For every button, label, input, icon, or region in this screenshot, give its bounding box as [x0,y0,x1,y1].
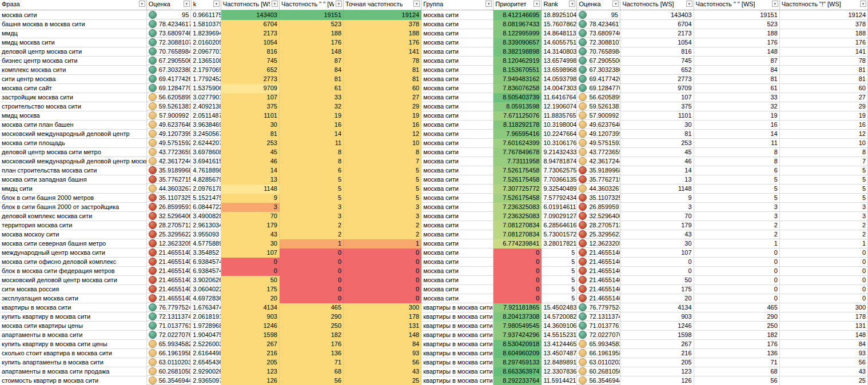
priority-cell[interactable]: 7.96595416 [493,129,541,138]
score-cell-right[interactable]: 69.41774263 [577,74,620,83]
frequency-ws-cell[interactable]: 1246 [221,321,279,330]
rank-cell[interactable]: 13.6574998 [541,56,577,65]
frequency-exact-cell[interactable]: 378 [344,19,421,29]
phrase-cell[interactable]: блок в сити башня 2000 метров [0,193,146,202]
rank-cell[interactable]: 5 [541,257,577,266]
frequency-ws-cell-right[interactable]: 20 [620,294,694,303]
score-cell-right[interactable]: 49.1207399 [577,129,620,138]
phrase-cell[interactable]: ммдц сити [0,184,146,193]
frequency-ws-cell-right[interactable]: 81 [620,129,694,138]
frequency-exact-cell-right[interactable]: 2 [779,230,867,239]
k-cell[interactable]: 2.1365108 [191,56,221,65]
column-header-9[interactable]: Оценка▼ [577,0,620,10]
frequency-exact-cell[interactable]: 16 [344,120,421,129]
priority-cell[interactable]: 8.081967433 [493,19,541,29]
phrase-cell[interactable]: международный центр москва сити [0,248,146,257]
priority-cell[interactable]: 0 [493,248,541,257]
phrase-cell[interactable]: квартиры в москва сити [0,303,146,312]
frequency-exact-cell-right[interactable]: 176 [779,38,867,47]
score-cell[interactable]: 71.01377616 [147,321,192,330]
score-cell-right[interactable]: 49.62376467 [577,120,620,129]
frequency-ws-cell-right[interactable]: 652 [620,65,694,74]
phrase-cell[interactable]: строительство москва сити [0,102,146,111]
priority-cell[interactable]: 8.382198898 [493,47,541,56]
frequency-ws-cell-right[interactable]: 123 [620,367,694,376]
column-header-2[interactable]: k▼ [191,0,221,10]
frequency-quoted-cell-right[interactable]: 33 [694,93,779,102]
frequency-exact-cell-right[interactable]: 5 [779,175,867,184]
rank-cell[interactable]: 7.73062575 [541,166,577,175]
frequency-exact-cell[interactable]: 84 [344,339,421,348]
k-cell[interactable]: 1.9728968 [191,321,221,330]
priority-cell[interactable]: 7.526175458 [493,193,541,202]
rank-cell[interactable]: 5 [541,248,577,257]
column-header-10[interactable]: Частотность [WS]▼ [620,0,694,10]
group-cell[interactable]: москва сити [421,19,493,29]
k-cell[interactable]: 6.0844722 [191,202,221,211]
frequency-exact-cell-right[interactable]: 0 [779,257,867,266]
group-cell[interactable]: москва сити [421,120,493,129]
score-cell[interactable]: 21.46551403 [147,284,192,294]
priority-cell[interactable]: 7.767849678 [493,147,541,157]
priority-cell[interactable]: 6.774239841 [493,239,541,248]
score-cell[interactable]: 67.29055069 [147,56,192,65]
frequency-quoted-cell[interactable]: 3 [279,202,343,211]
group-cell[interactable]: квартиры в москва сити [421,358,493,367]
priority-cell[interactable]: 8.412146695 [493,10,541,20]
rank-cell[interactable]: 15.4502483 [541,303,577,312]
score-cell-right[interactable]: 21.46551403 [577,294,620,303]
k-cell[interactable]: 3.6978608 [191,147,221,157]
phrase-cell[interactable]: московский деловой центр москва сити [0,275,146,284]
priority-cell[interactable]: 7.921181865 [493,303,541,312]
k-cell[interactable]: 5.1521475 [191,193,221,202]
k-cell[interactable]: 2.1797065 [191,65,221,74]
frequency-ws-cell[interactable]: 13 [221,175,279,184]
group-cell[interactable]: москва сити [421,147,493,157]
filter-dropdown-icon[interactable]: ▼ [686,1,692,7]
frequency-exact-cell-right[interactable]: 3 [779,202,867,211]
frequency-ws-cell[interactable]: 3 [221,202,279,211]
score-cell-right[interactable]: 25.32956227 [577,230,620,239]
frequency-exact-cell-right[interactable]: 27 [779,93,867,102]
score-cell-right[interactable]: 63.01102036 [577,358,620,367]
filter-dropdown-icon[interactable]: ▼ [336,1,342,7]
phrase-cell[interactable]: купить квартиру в москва сити цены [0,339,146,348]
priority-cell[interactable]: 8.663363974 [493,367,541,376]
priority-cell[interactable]: 7.526175458 [493,175,541,184]
rank-cell[interactable]: 14.5720082 [541,312,577,321]
frequency-ws-cell[interactable]: 30 [221,120,279,129]
score-cell-right[interactable]: 12.36232051 [577,239,620,248]
score-cell-right[interactable]: 78.42346176 [577,19,620,29]
k-cell[interactable]: 1.6763474 [191,303,221,312]
column-header-5[interactable]: Точная частотность▼ [344,0,421,10]
frequency-quoted-cell[interactable]: 523 [279,19,343,29]
frequency-quoted-cell[interactable]: 68 [279,367,343,376]
phrase-cell[interactable]: апартаменты в москва сити [0,330,146,339]
k-cell[interactable]: 3.6941615 [191,157,221,166]
frequency-ws-cell-right[interactable]: 107 [620,248,694,257]
score-cell[interactable]: 56.35469444 [147,376,192,385]
phrase-cell[interactable]: башня москва в москва сити [0,19,146,29]
phrase-cell[interactable]: комплекс москва сити [0,65,146,74]
rank-cell[interactable]: 11.6416764 [541,93,577,102]
frequency-quoted-cell-right[interactable]: 2 [694,230,779,239]
group-cell[interactable]: москва сити [421,166,493,175]
frequency-exact-cell[interactable]: 0 [344,266,421,275]
frequency-exact-cell-right[interactable]: 0 [779,266,867,275]
frequency-exact-cell[interactable]: 0 [344,248,421,257]
priority-cell[interactable]: 0 [493,266,541,275]
frequency-exact-cell[interactable]: 93 [344,348,421,358]
frequency-ws-cell-right[interactable]: 50 [620,275,694,284]
phrase-cell[interactable]: москва сити сайт [0,83,146,93]
frequency-quoted-cell[interactable]: 14 [279,129,343,138]
frequency-quoted-cell[interactable]: 8 [279,147,343,157]
rank-cell[interactable]: 5 [541,284,577,294]
rank-cell[interactable]: 14.0047303 [541,83,577,93]
priority-cell[interactable]: 7.601624399 [493,138,541,147]
score-cell[interactable]: 72.13113743 [147,312,192,321]
phrase-cell[interactable]: блок в сити башня 2000 от застройщика [0,202,146,211]
phrase-cell[interactable]: сити москва россия [0,284,146,294]
frequency-exact-cell-right[interactable]: 29 [779,102,867,111]
frequency-quoted-cell[interactable]: 5 [279,193,343,202]
frequency-exact-cell-right[interactable]: 2 [779,220,867,230]
